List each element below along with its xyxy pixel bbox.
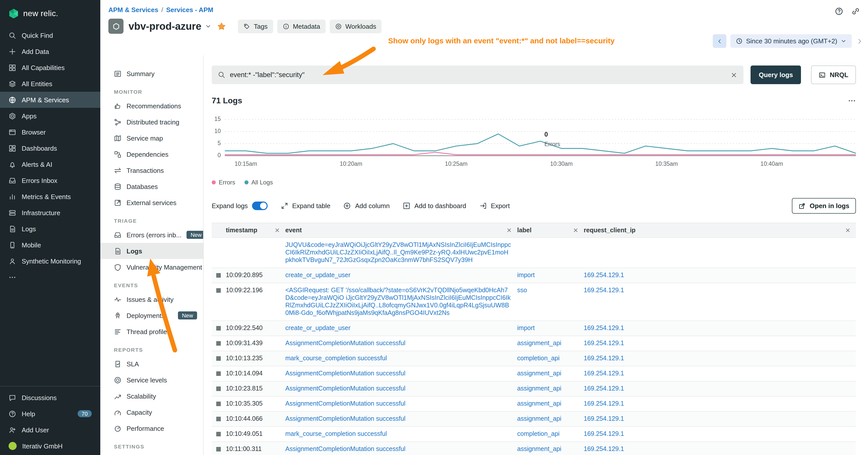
row-checkbox[interactable] [216, 341, 221, 346]
row-checkbox[interactable] [216, 432, 221, 436]
column-header-request-client-ip[interactable]: request_client_ip [584, 227, 856, 234]
log-row[interactable]: 10:10:14.094 AssignmentCompletionMutatio… [212, 366, 856, 382]
sidebar-item-thread-profiler[interactable]: Thread profiler [100, 324, 203, 339]
log-row[interactable]: 10:10:49.051 mark_course_completion succ… [212, 427, 856, 442]
log-event-link[interactable]: AssignmentCompletionMutation successful [285, 400, 405, 407]
log-label-link[interactable]: completion_api [517, 355, 559, 362]
global-nav-item-alerts-ai[interactable]: Alerts & AI [0, 156, 100, 172]
log-event-link[interactable]: <ASGIRequest: GET '/sso/callback/?state=… [285, 287, 510, 317]
row-checkbox[interactable] [216, 326, 221, 330]
log-label-link[interactable]: assignment_api [517, 370, 561, 377]
global-nav-item-quick-find[interactable]: Quick Find [0, 27, 100, 43]
sidebar-item-distributed-tracing[interactable]: Distributed tracing [100, 114, 203, 130]
log-row[interactable]: 10:09:22.196 <ASGIRequest: GET '/sso/cal… [212, 283, 856, 321]
row-checkbox[interactable] [216, 371, 221, 376]
sidebar-item-recommendations[interactable]: Recommendations [100, 98, 203, 114]
column-header-label[interactable]: label [517, 227, 584, 234]
log-ip-link[interactable]: 169.254.129.1 [584, 370, 624, 377]
log-label-link[interactable]: assignment_api [517, 400, 561, 407]
tags-button[interactable]: Tags [238, 20, 273, 33]
global-nav-item-mobile[interactable]: Mobile [0, 237, 100, 253]
legend-item-errors[interactable]: Errors [212, 179, 235, 186]
row-checkbox[interactable] [216, 417, 221, 421]
log-event-link[interactable]: AssignmentCompletionMutation successful [285, 446, 405, 453]
log-label-link[interactable]: assignment_api [517, 339, 561, 347]
sidebar-item-transactions[interactable]: Transactions [100, 162, 203, 178]
log-ip-link[interactable]: 169.254.129.1 [584, 355, 624, 362]
row-checkbox[interactable] [216, 273, 221, 278]
log-label-link[interactable]: completion_api [517, 430, 559, 437]
sidebar-item-issues-activity[interactable]: Issues & activity [100, 291, 203, 307]
log-row[interactable]: 10:11:00.311 AssignmentCompletionMutatio… [212, 442, 856, 455]
log-label-link[interactable]: import [517, 325, 534, 331]
log-event-link[interactable]: AssignmentCompletionMutation successful [285, 339, 405, 347]
log-row[interactable]: 10:09:31.439 AssignmentCompletionMutatio… [212, 336, 856, 351]
metadata-button[interactable]: Metadata [277, 20, 326, 33]
sidebar-item-external-services[interactable]: External services [100, 195, 203, 210]
log-ip-link[interactable]: 169.254.129.1 [584, 430, 624, 437]
log-row[interactable]: 10:09:20.895 create_or_update_user impor… [212, 268, 856, 283]
sidebar-item-scalability[interactable]: Scalability [100, 388, 203, 404]
sidebar-item-service-levels[interactable]: Service levels [100, 372, 203, 388]
log-ip-link[interactable]: 169.254.129.1 [584, 415, 624, 422]
sidebar-item-dependencies[interactable]: Dependencies [100, 146, 203, 162]
log-row[interactable]: 10:10:13.235 mark_course_completion succ… [212, 351, 856, 366]
sidebar-item-service-map[interactable]: Service map [100, 130, 203, 146]
global-nav-item-synthetic-monitoring[interactable]: Synthetic Monitoring [0, 253, 100, 269]
global-nav-item-errors-inbox[interactable]: Errors Inbox [0, 172, 100, 189]
log-label-link[interactable]: assignment_api [517, 446, 561, 453]
help-icon[interactable] [835, 7, 843, 15]
global-nav-item-apps[interactable]: Apps [0, 108, 100, 124]
global-nav-item-help[interactable]: Help 70 [0, 405, 100, 422]
time-back-button[interactable] [713, 34, 726, 48]
add-to-dashboard-button[interactable]: Add to dashboard [403, 202, 466, 209]
global-nav-item-dashboards[interactable]: Dashboards [0, 140, 100, 156]
more-options-icon[interactable] [848, 97, 856, 105]
global-nav-item-apm-services[interactable]: APM & Services [0, 92, 100, 108]
log-row[interactable]: 10:10:44.066 AssignmentCompletionMutatio… [212, 412, 856, 427]
sidebar-item-sla[interactable]: SLA [100, 356, 203, 372]
log-event-link[interactable]: create_or_update_user [285, 325, 350, 331]
remove-column-icon[interactable] [274, 227, 280, 233]
global-nav-item-infrastructure[interactable]: Infrastructure [0, 204, 100, 221]
global-nav-item-all-entities[interactable]: All Entities [0, 75, 100, 92]
log-label-link[interactable]: assignment_api [517, 415, 561, 422]
time-range-button[interactable]: Since 30 minutes ago (GMT+2) [731, 34, 852, 48]
row-checkbox[interactable] [216, 447, 221, 452]
sidebar-item-logs[interactable]: Logs [100, 243, 203, 259]
log-row[interactable]: 10:10:23.815 AssignmentCompletionMutatio… [212, 382, 856, 396]
log-row[interactable]: 10:10:35.305 AssignmentCompletionMutatio… [212, 396, 856, 412]
workloads-button[interactable]: Workloads [330, 20, 381, 33]
breadcrumb-link-services-apm[interactable]: Services - APM [166, 6, 213, 13]
log-event-link[interactable]: mark_course_completion successful [285, 355, 387, 362]
row-checkbox[interactable] [216, 356, 221, 361]
time-forward-icon[interactable] [856, 37, 863, 44]
add-column-button[interactable]: Add column [343, 202, 390, 209]
legend-item-all-logs[interactable]: All Logs [244, 179, 273, 186]
global-nav-item-browser[interactable]: Browser [0, 124, 100, 140]
sidebar-item-databases[interactable]: Databases [100, 178, 203, 195]
log-label-link[interactable]: import [517, 271, 534, 279]
log-ip-link[interactable]: 169.254.129.1 [584, 287, 624, 294]
row-checkbox[interactable] [216, 387, 221, 391]
expand-table-button[interactable]: Expand table [280, 202, 331, 209]
open-in-logs-button[interactable]: Open in logs [792, 198, 856, 214]
log-label-link[interactable]: sso [517, 287, 527, 294]
global-nav-item-iterativ-gmbh[interactable]: Iterativ GmbH [0, 438, 100, 454]
log-ip-link[interactable]: 169.254.129.1 [584, 325, 624, 331]
log-ip-link[interactable]: 169.254.129.1 [584, 446, 624, 453]
log-event-link[interactable]: JUQVU&code=eyJraWQiOiJjcGltY29yZV8wOTl1M… [285, 241, 511, 263]
log-event-link[interactable]: AssignmentCompletionMutation successful [285, 415, 405, 422]
log-event-link[interactable]: AssignmentCompletionMutation successful [285, 370, 405, 377]
global-nav-item-more[interactable] [0, 269, 100, 285]
global-nav-item-metrics-events[interactable]: Metrics & Events [0, 189, 100, 204]
log-ip-link[interactable]: 169.254.129.1 [584, 271, 624, 279]
breadcrumb-link-apm-services[interactable]: APM & Services [108, 6, 158, 13]
remove-column-icon[interactable] [506, 227, 512, 233]
log-row[interactable]: JUQVU&code=eyJraWQiOiJjcGltY29yZV8wOTl1M… [212, 238, 856, 268]
log-ip-link[interactable]: 169.254.129.1 [584, 339, 624, 347]
global-nav-item-logs[interactable]: Logs [0, 221, 100, 237]
column-header-event[interactable]: event [285, 227, 517, 234]
query-logs-button[interactable]: Query logs [750, 65, 801, 84]
new-relic-logo[interactable]: new relic. [0, 0, 100, 27]
